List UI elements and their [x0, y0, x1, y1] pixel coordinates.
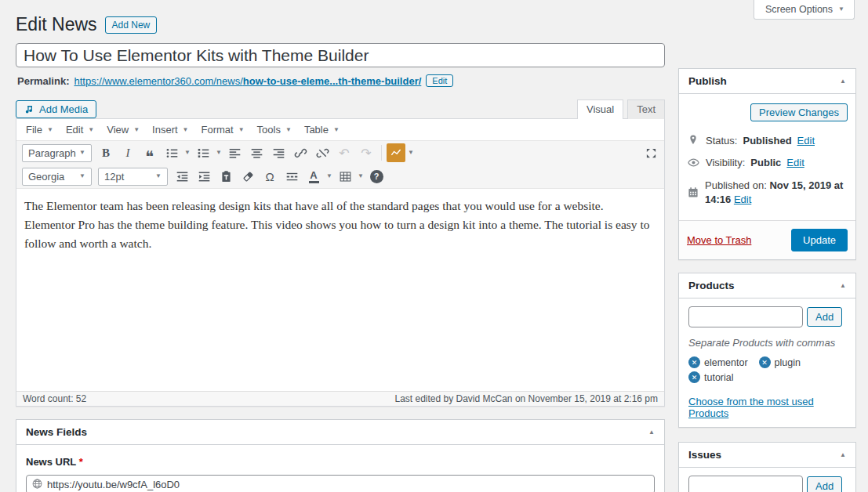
font-family-select[interactable]: Georgia▼: [22, 168, 92, 186]
text-color-button[interactable]: A: [303, 167, 324, 186]
menu-file[interactable]: File▼: [20, 120, 60, 139]
chart-button-caret[interactable]: ▼: [407, 150, 415, 156]
text-color-caret[interactable]: ▼: [325, 173, 333, 179]
redo-button[interactable]: ↷: [356, 143, 376, 162]
remove-tag-icon[interactable]: ✕: [759, 356, 771, 368]
chevron-down-icon: ▼: [79, 173, 85, 179]
link-button[interactable]: [290, 143, 311, 162]
menu-view[interactable]: View▼: [100, 120, 146, 139]
outdent-icon: [176, 170, 189, 183]
chevron-down-icon: ▼: [838, 6, 844, 13]
align-left-button[interactable]: [224, 143, 245, 162]
table-button[interactable]: [335, 167, 355, 186]
collapse-toggle-icon[interactable]: ▲: [648, 429, 655, 436]
chevron-down-icon: ▼: [133, 127, 140, 133]
screen-options-label: Screen Options: [765, 4, 833, 15]
align-center-button[interactable]: [246, 143, 267, 162]
menu-edit[interactable]: Edit▼: [60, 120, 100, 139]
tinymce-editor: File▼ Edit▼ View▼ Insert▼ Format▼ Tools▼…: [16, 118, 665, 407]
unlink-button[interactable]: [312, 143, 332, 162]
bold-button[interactable]: B: [96, 143, 116, 162]
read-more-button[interactable]: [281, 167, 302, 186]
format-select[interactable]: Paragraph▼: [22, 144, 92, 162]
numbered-list-caret[interactable]: ▼: [215, 150, 223, 156]
visibility-edit-link[interactable]: Edit: [786, 157, 804, 168]
unlink-icon: [316, 147, 329, 160]
move-to-trash-link[interactable]: Move to Trash: [687, 234, 751, 246]
undo-button[interactable]: ↶: [334, 143, 354, 162]
special-character-button[interactable]: Ω: [260, 167, 280, 186]
publish-metabox: Publish ▲ Preview Changes Status: Publis…: [678, 68, 856, 260]
remove-tag-icon[interactable]: ✕: [688, 371, 700, 383]
menu-table[interactable]: Table▼: [298, 120, 346, 139]
news-url-label: News URL *: [26, 456, 655, 468]
products-add-button[interactable]: Add: [807, 307, 842, 327]
news-fields-metabox: News Fields ▲ News URL *: [16, 419, 665, 492]
help-icon: ?: [370, 170, 383, 183]
permalink-edit-button[interactable]: Edit: [426, 74, 453, 87]
menu-insert[interactable]: Insert▼: [146, 120, 194, 139]
preview-changes-button[interactable]: Preview Changes: [750, 103, 848, 121]
menu-format[interactable]: Format▼: [195, 120, 251, 139]
bullet-list-caret[interactable]: ▼: [183, 150, 191, 156]
italic-button[interactable]: I: [118, 143, 138, 162]
permalink-link[interactable]: https://www.elementor360.com/news/how-to…: [74, 75, 421, 87]
news-fields-body: News URL *: [16, 445, 664, 492]
chart-icon: [390, 147, 402, 159]
tab-text[interactable]: Text: [627, 99, 665, 119]
published-edit-link[interactable]: Edit: [734, 194, 751, 205]
news-fields-title: News Fields: [26, 426, 87, 438]
admin-page: Screen Options ▼ Edit News Add New Perma…: [0, 0, 868, 492]
numbered-list-button[interactable]: [193, 143, 213, 162]
status-edit-link[interactable]: Edit: [797, 135, 815, 147]
products-header[interactable]: Products ▲: [679, 273, 855, 298]
tag-item: ✕ plugin: [759, 356, 801, 368]
sidebar: Publish ▲ Preview Changes Status: Publis…: [678, 43, 856, 492]
clear-formatting-button[interactable]: [238, 167, 258, 186]
add-new-button[interactable]: Add New: [105, 16, 158, 34]
chevron-down-icon: ▼: [88, 127, 94, 133]
bullet-list-button[interactable]: [162, 143, 182, 162]
products-metabox: Products ▲ Add Separate Products with co…: [678, 273, 856, 428]
remove-tag-icon[interactable]: ✕: [688, 356, 700, 368]
products-most-used-link[interactable]: Choose from the most used Products: [688, 396, 846, 419]
eye-icon: [687, 156, 700, 169]
table-caret[interactable]: ▼: [357, 173, 365, 179]
published-on-text: Published on: Nov 15, 2019 at 14:16 Edit: [705, 179, 848, 206]
outdent-button[interactable]: [172, 167, 192, 186]
indent-button[interactable]: [194, 167, 214, 186]
align-right-button[interactable]: [268, 143, 289, 162]
publish-footer: Move to Trash Update: [679, 220, 855, 259]
fullscreen-button[interactable]: [641, 143, 661, 162]
issues-header[interactable]: Issues ▲: [679, 443, 855, 468]
products-input[interactable]: [688, 306, 803, 327]
tab-visual[interactable]: Visual: [577, 99, 623, 119]
visibility-label: Visibility:: [706, 157, 745, 168]
eraser-icon: [242, 170, 255, 183]
align-center-icon: [250, 147, 263, 160]
menu-tools[interactable]: Tools▼: [251, 120, 298, 139]
publish-header[interactable]: Publish ▲: [679, 69, 855, 94]
add-media-label: Add Media: [39, 103, 88, 115]
help-button[interactable]: ?: [366, 167, 387, 186]
news-fields-header[interactable]: News Fields ▲: [16, 420, 664, 445]
update-button[interactable]: Update: [791, 229, 848, 251]
issues-add-button[interactable]: Add: [807, 476, 842, 492]
collapse-toggle-icon[interactable]: ▲: [840, 78, 846, 85]
issues-input[interactable]: [688, 476, 803, 492]
read-more-icon: [285, 170, 299, 183]
paste-as-text-button[interactable]: [216, 167, 236, 186]
editor-content[interactable]: The Elementor team has been releasing de…: [16, 189, 664, 391]
screen-options-tab[interactable]: Screen Options ▼: [754, 0, 855, 20]
visibility-row: Visibility: Public Edit: [687, 151, 848, 174]
blockquote-button[interactable]: ❝: [140, 143, 160, 162]
tag-label: elementor: [704, 357, 748, 368]
collapse-toggle-icon[interactable]: ▲: [840, 282, 846, 289]
post-title-input[interactable]: [16, 43, 665, 67]
required-asterisk: *: [79, 456, 83, 468]
font-size-select[interactable]: 12pt▼: [98, 168, 168, 186]
add-media-button[interactable]: Add Media: [16, 100, 96, 118]
chart-shortcode-button[interactable]: [387, 143, 405, 162]
collapse-toggle-icon[interactable]: ▲: [840, 451, 846, 458]
news-url-input[interactable]: [26, 475, 655, 492]
